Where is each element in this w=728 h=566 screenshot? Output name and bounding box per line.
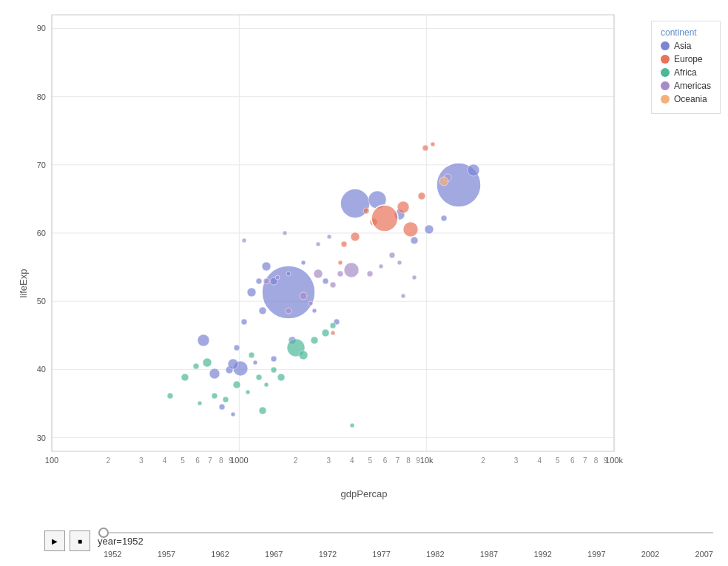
- svg-point-78: [363, 208, 369, 214]
- year-axis: 1952195719621967197219771982198719921997…: [104, 550, 713, 559]
- svg-text:7: 7: [208, 456, 212, 465]
- svg-point-122: [389, 252, 395, 258]
- svg-point-96: [223, 397, 229, 402]
- svg-text:6: 6: [195, 456, 200, 465]
- svg-point-111: [263, 278, 269, 284]
- svg-point-49: [209, 368, 220, 379]
- year-tick-1997: 1997: [587, 550, 605, 559]
- svg-point-98: [246, 390, 250, 394]
- play-button[interactable]: ▶: [44, 530, 65, 551]
- svg-point-58: [234, 345, 240, 351]
- svg-point-101: [271, 367, 277, 373]
- svg-point-129: [283, 231, 287, 235]
- svg-point-104: [299, 351, 308, 360]
- x-axis-label: gdpPercap: [341, 488, 388, 499]
- svg-text:1000: 1000: [230, 456, 248, 465]
- svg-point-121: [379, 264, 383, 269]
- svg-point-125: [412, 275, 417, 280]
- svg-text:30: 30: [37, 434, 46, 442]
- year-tick-2002: 2002: [641, 550, 659, 559]
- svg-point-123: [397, 260, 402, 265]
- svg-point-119: [344, 263, 359, 277]
- svg-point-87: [338, 260, 343, 265]
- svg-point-68: [411, 237, 418, 244]
- svg-point-112: [275, 275, 280, 280]
- legend-item-americas: Americas: [661, 81, 711, 91]
- year-tick-2007: 2007: [695, 550, 712, 559]
- year-tick-1977: 1977: [372, 550, 390, 559]
- svg-point-74: [301, 260, 306, 265]
- svg-point-82: [403, 222, 418, 237]
- svg-text:5: 5: [368, 456, 373, 465]
- svg-point-99: [256, 374, 262, 380]
- svg-point-72: [468, 164, 479, 176]
- svg-point-124: [401, 294, 405, 298]
- svg-point-81: [397, 201, 409, 213]
- svg-point-117: [337, 271, 343, 277]
- svg-point-57: [241, 319, 247, 325]
- svg-point-62: [271, 356, 277, 362]
- svg-text:4: 4: [163, 456, 167, 465]
- svg-text:90: 90: [37, 24, 46, 33]
- svg-point-84: [422, 145, 428, 151]
- svg-text:9: 9: [416, 456, 420, 465]
- svg-point-90: [167, 393, 173, 399]
- svg-text:2: 2: [106, 456, 110, 465]
- svg-point-85: [431, 142, 435, 146]
- stop-button[interactable]: ■: [70, 530, 90, 551]
- svg-point-107: [330, 323, 336, 329]
- svg-point-88: [331, 331, 335, 335]
- svg-point-69: [425, 225, 434, 234]
- svg-text:70: 70: [37, 161, 46, 169]
- svg-point-89: [341, 241, 347, 247]
- legend-item-africa: Africa: [661, 67, 711, 78]
- svg-text:7: 7: [583, 456, 587, 465]
- svg-point-102: [277, 374, 285, 381]
- svg-text:4: 4: [350, 456, 354, 465]
- svg-point-94: [198, 401, 202, 405]
- svg-point-76: [312, 309, 317, 313]
- svg-text:2: 2: [481, 456, 485, 465]
- svg-text:6: 6: [570, 456, 575, 465]
- year-tick-1957: 1957: [158, 550, 175, 559]
- svg-text:9: 9: [229, 456, 233, 465]
- svg-text:5: 5: [556, 456, 560, 465]
- svg-text:100k: 100k: [605, 456, 623, 465]
- svg-text:100: 100: [45, 456, 58, 465]
- svg-point-92: [193, 363, 199, 369]
- svg-text:10k: 10k: [420, 456, 434, 465]
- svg-point-52: [228, 359, 238, 369]
- svg-point-53: [247, 288, 256, 297]
- svg-point-86: [351, 232, 360, 241]
- svg-point-91: [181, 374, 189, 381]
- svg-point-118: [309, 301, 313, 306]
- svg-point-126: [316, 242, 320, 246]
- svg-point-54: [259, 307, 266, 314]
- svg-point-70: [441, 215, 447, 221]
- svg-text:8: 8: [594, 456, 599, 465]
- svg-text:8: 8: [406, 456, 411, 465]
- svg-point-95: [212, 393, 218, 399]
- svg-text:8: 8: [219, 456, 223, 465]
- svg-text:3: 3: [326, 456, 331, 465]
- svg-text:4: 4: [537, 456, 542, 465]
- year-tick-1992: 1992: [533, 550, 551, 559]
- year-tick-1982: 1982: [426, 550, 444, 559]
- svg-point-61: [253, 360, 257, 365]
- svg-point-59: [219, 404, 225, 410]
- scatter-plot: 30405060708090100100010k100k234567892345…: [0, 0, 728, 566]
- legend: continent AsiaEuropeAfricaAmericasOceani…: [651, 21, 721, 114]
- legend-title: continent: [661, 27, 711, 38]
- svg-text:80: 80: [37, 92, 46, 101]
- year-tick-1972: 1972: [319, 550, 337, 559]
- svg-text:3: 3: [514, 456, 519, 465]
- svg-point-114: [300, 292, 307, 300]
- svg-text:60: 60: [37, 229, 46, 237]
- svg-point-115: [314, 269, 323, 278]
- svg-point-116: [330, 282, 336, 288]
- svg-point-97: [233, 381, 240, 388]
- chart-container: 30405060708090100100010k100k234567892345…: [0, 0, 728, 566]
- slider-thumb[interactable]: [98, 528, 109, 538]
- svg-point-127: [327, 235, 331, 239]
- svg-text:5: 5: [181, 456, 185, 465]
